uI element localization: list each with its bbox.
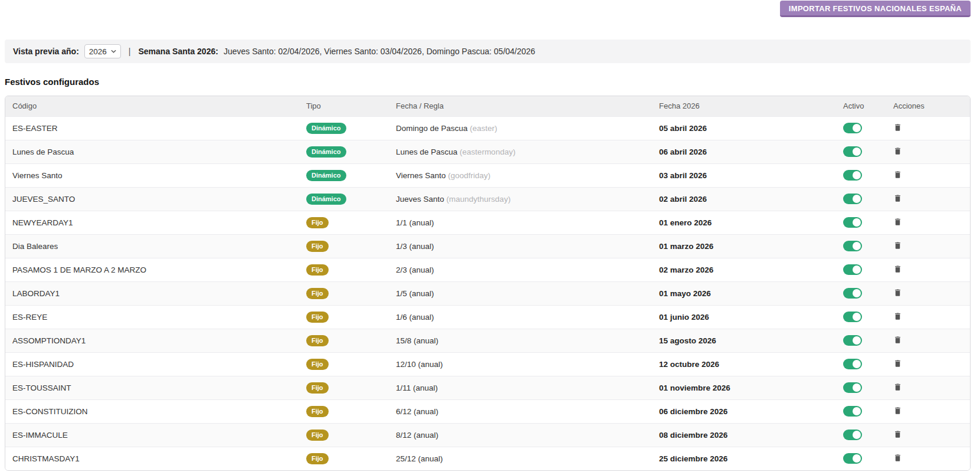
regla-text: 2/3 (anual) — [396, 266, 434, 274]
acciones-cell — [886, 211, 970, 234]
trash-icon — [893, 382, 902, 392]
delete-button[interactable] — [893, 241, 902, 250]
delete-button[interactable] — [893, 146, 902, 156]
fecha-value: 06 diciembre 2026 — [659, 407, 727, 416]
active-toggle[interactable] — [843, 194, 862, 204]
delete-button[interactable] — [893, 217, 902, 227]
active-toggle[interactable] — [843, 241, 862, 251]
column-header-5: Acciones — [886, 96, 970, 116]
fecha-cell: 15 agosto 2026 — [652, 329, 836, 352]
table-row: Viernes Santo Dinámico Viernes Santo (go… — [5, 163, 970, 187]
activo-cell — [836, 447, 886, 470]
activo-cell — [836, 211, 886, 234]
regla-text: 6/12 (anual) — [396, 407, 438, 416]
codigo-cell: LABORDAY1 — [5, 281, 299, 305]
regla-code: (eastermonday) — [460, 148, 516, 156]
active-toggle[interactable] — [843, 453, 862, 464]
preview-year-bar: Vista previa año: 2026 | Semana Santa 20… — [5, 40, 971, 63]
delete-button[interactable] — [893, 359, 902, 368]
table-header-row: CódigoTipoFecha / ReglaFecha 2026ActivoA… — [5, 96, 970, 116]
active-toggle[interactable] — [843, 359, 862, 369]
fecha-value: 02 marzo 2026 — [659, 266, 713, 274]
chevron-down-icon — [111, 50, 116, 53]
regla-text: 1/11 (anual) — [396, 384, 438, 392]
regla-text: Jueves Santo — [396, 195, 444, 204]
delete-button[interactable] — [893, 288, 902, 297]
codigo-cell: JUEVES_SANTO — [5, 187, 299, 211]
acciones-cell — [886, 352, 970, 376]
activo-cell — [836, 163, 886, 187]
table-row: CHRISTMASDAY1 Fijo 25/12 (anual) 25 dici… — [5, 447, 970, 470]
trash-icon — [893, 241, 902, 250]
delete-button[interactable] — [893, 312, 902, 321]
fecha-cell: 12 octubre 2026 — [652, 352, 836, 376]
fecha-value: 02 abril 2026 — [659, 195, 707, 204]
tipo-cell: Fijo — [299, 423, 389, 447]
delete-button[interactable] — [893, 123, 902, 132]
tipo-cell: Dinámico — [299, 163, 389, 187]
active-toggle[interactable] — [843, 264, 862, 275]
fecha-cell: 01 enero 2026 — [652, 211, 836, 234]
activo-cell — [836, 234, 886, 258]
top-toolbar: IMPORTAR FESTIVOS NACIONALES ESPAÑA — [0, 0, 980, 17]
activo-cell — [836, 187, 886, 211]
import-national-holidays-button[interactable]: IMPORTAR FESTIVOS NACIONALES ESPAÑA — [780, 1, 971, 17]
regla-text: 1/3 (anual) — [396, 242, 434, 251]
year-select-value: 2026 — [89, 47, 107, 56]
column-header-1: Tipo — [299, 96, 389, 116]
regla-text: Lunes de Pascua — [396, 148, 457, 156]
active-toggle[interactable] — [843, 382, 862, 393]
regla-cell: 1/5 (anual) — [389, 281, 652, 305]
toggle-knob — [853, 407, 861, 415]
active-toggle[interactable] — [843, 217, 862, 228]
acciones-cell — [886, 140, 970, 163]
active-toggle[interactable] — [843, 406, 862, 417]
table-row: PASAMOS 1 DE MARZO A 2 MARZO Fijo 2/3 (a… — [5, 258, 970, 281]
active-toggle[interactable] — [843, 312, 862, 322]
tipo-badge: Dinámico — [306, 146, 346, 158]
toggle-knob — [853, 171, 861, 179]
year-select[interactable]: 2026 — [84, 44, 121, 58]
codigo-cell: ES-CONSTITUIZION — [5, 399, 299, 423]
regla-code: (easter) — [470, 124, 497, 133]
active-toggle[interactable] — [843, 430, 862, 440]
codigo-cell: NEWYEARDAY1 — [5, 211, 299, 234]
fecha-cell: 25 diciembre 2026 — [652, 447, 836, 470]
preview-year-label: Vista previa año: — [13, 47, 79, 56]
delete-button[interactable] — [893, 382, 902, 392]
fecha-cell: 03 abril 2026 — [652, 163, 836, 187]
acciones-cell — [886, 399, 970, 423]
delete-button[interactable] — [893, 430, 902, 439]
active-toggle[interactable] — [843, 123, 862, 133]
regla-text: 8/12 (anual) — [396, 431, 438, 440]
page-title: Festivos configurados — [5, 77, 980, 87]
trash-icon — [893, 430, 902, 439]
fecha-value: 01 enero 2026 — [659, 218, 712, 227]
tipo-badge: Fijo — [306, 453, 329, 464]
tipo-badge: Fijo — [306, 241, 329, 252]
regla-cell: 8/12 (anual) — [389, 423, 652, 447]
delete-button[interactable] — [893, 170, 902, 179]
codigo-cell: CHRISTMASDAY1 — [5, 447, 299, 470]
active-toggle[interactable] — [843, 335, 862, 346]
table-row: NEWYEARDAY1 Fijo 1/1 (anual) 01 enero 20… — [5, 211, 970, 234]
fecha-cell: 01 marzo 2026 — [652, 234, 836, 258]
regla-cell: 1/1 (anual) — [389, 211, 652, 234]
codigo-cell: ES-HISPANIDAD — [5, 352, 299, 376]
trash-icon — [893, 146, 902, 156]
active-toggle[interactable] — [843, 146, 862, 157]
acciones-cell — [886, 281, 970, 305]
delete-button[interactable] — [893, 264, 902, 274]
toggle-knob — [853, 242, 861, 250]
codigo-cell: Dia Baleares — [5, 234, 299, 258]
delete-button[interactable] — [893, 194, 902, 203]
table-row: LABORDAY1 Fijo 1/5 (anual) 01 mayo 2026 — [5, 281, 970, 305]
delete-button[interactable] — [893, 406, 902, 415]
regla-cell: Domingo de Pascua (easter) — [389, 116, 652, 140]
active-toggle[interactable] — [843, 170, 862, 181]
fecha-value: 12 octubre 2026 — [659, 360, 719, 369]
tipo-cell: Fijo — [299, 447, 389, 470]
active-toggle[interactable] — [843, 288, 862, 299]
delete-button[interactable] — [893, 453, 902, 463]
delete-button[interactable] — [893, 335, 902, 345]
